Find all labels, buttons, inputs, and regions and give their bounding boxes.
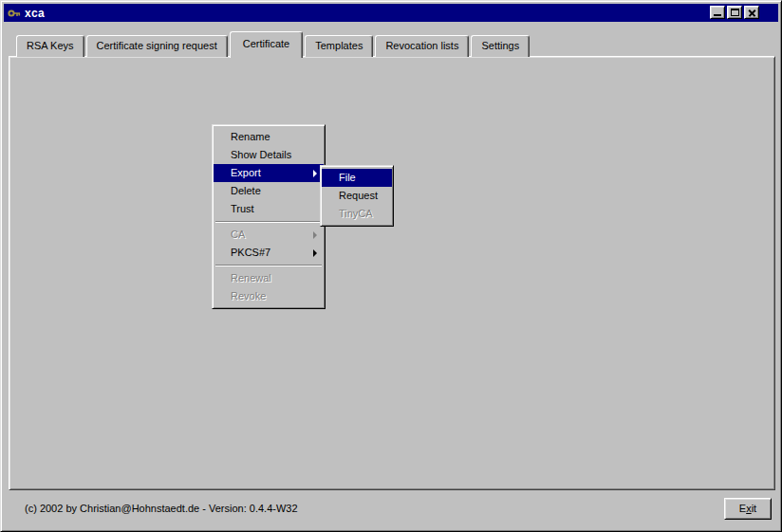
menu-item-delete[interactable]: Delete [214, 182, 324, 200]
tab-templates[interactable]: Templates [305, 35, 373, 57]
minimize-button[interactable] [710, 6, 725, 19]
window-title: xca [25, 7, 45, 20]
app-key-icon [8, 7, 21, 20]
context-menu: Rename Show Details Export Delete Trust … [212, 124, 326, 309]
menu-item-pkcs7[interactable]: PKCS#7 [214, 244, 324, 262]
tab-bar: RSA Keys Certificate signing request Cer… [16, 31, 531, 58]
menu-item-revoke[interactable]: Revoke [214, 287, 324, 305]
submenu-item-file[interactable]: File [322, 169, 392, 187]
tab-certificate-signing-request[interactable]: Certificate signing request [86, 35, 228, 57]
menu-separator [215, 221, 322, 223]
tab-rsa-keys[interactable]: RSA Keys [16, 35, 84, 57]
menu-item-renewal[interactable]: Renewal [214, 269, 324, 287]
menu-item-export[interactable]: Export [214, 164, 324, 182]
maximize-icon [731, 9, 739, 16]
export-submenu: File Request TinyCA [320, 165, 394, 227]
certificate-tab-page [9, 56, 775, 490]
close-button[interactable] [744, 6, 759, 19]
menu-item-rename[interactable]: Rename [214, 128, 324, 146]
menu-separator [215, 265, 322, 266]
submenu-arrow-icon [313, 231, 317, 239]
submenu-item-tinyca[interactable]: TinyCA [322, 205, 392, 223]
xca-window: xca RSA Keys Certificate signing request… [0, 0, 782, 532]
maximize-button[interactable] [727, 6, 742, 19]
submenu-arrow-icon [313, 170, 317, 177]
copyright-text: (c) 2002 by Christian@Hohnstaedt.de - Ve… [25, 503, 298, 514]
tab-certificate[interactable]: Certificate [230, 31, 304, 58]
menu-item-trust[interactable]: Trust [214, 200, 324, 218]
titlebar: xca [4, 4, 778, 22]
minimize-icon [714, 14, 721, 16]
tab-revocation-lists[interactable]: Revocation lists [375, 35, 469, 57]
submenu-item-request[interactable]: Request [322, 187, 392, 205]
submenu-arrow-icon [313, 249, 317, 257]
exit-button[interactable]: Exit [724, 498, 772, 520]
menu-item-ca[interactable]: CA [214, 226, 324, 244]
menu-item-show-details[interactable]: Show Details [214, 146, 324, 164]
tab-settings[interactable]: Settings [471, 35, 530, 57]
